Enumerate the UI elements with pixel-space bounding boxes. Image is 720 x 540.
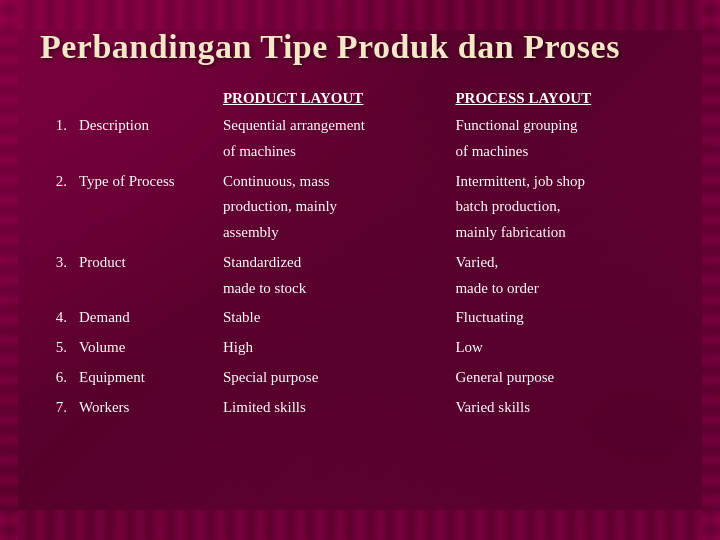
table-row: 2.Type of ProcessContinuous, massIntermi… (40, 169, 680, 195)
row-product: production, mainly (215, 194, 448, 220)
row-item: Equipment (71, 365, 215, 391)
row-process: Functional grouping (447, 113, 680, 139)
page-title: Perbandingan Tipe Produk dan Proses (40, 28, 680, 66)
table-row: 6.EquipmentSpecial purposeGeneral purpos… (40, 365, 680, 391)
row-process: Varied, (447, 250, 680, 276)
row-item (71, 220, 215, 246)
header-process-layout: PROCESS LAYOUT (447, 88, 680, 113)
row-process: mainly fabrication (447, 220, 680, 246)
table-row: 4.DemandStableFluctuating (40, 305, 680, 331)
row-product: Limited skills (215, 395, 448, 421)
row-product: assembly (215, 220, 448, 246)
row-product: made to stock (215, 276, 448, 302)
table-row: production, mainlybatch production, (40, 194, 680, 220)
header-num (40, 88, 71, 113)
row-product: High (215, 335, 448, 361)
row-process: batch production, (447, 194, 680, 220)
row-item: Demand (71, 305, 215, 331)
row-process: General purpose (447, 365, 680, 391)
row-item: Type of Process (71, 169, 215, 195)
table-row: 3.ProductStandardizedVaried, (40, 250, 680, 276)
table-row: 7.WorkersLimited skillsVaried skills (40, 395, 680, 421)
row-item: Product (71, 250, 215, 276)
row-num: 4. (40, 305, 71, 331)
row-process: Intermittent, job shop (447, 169, 680, 195)
row-product: Standardized (215, 250, 448, 276)
row-num: 6. (40, 365, 71, 391)
row-item: Volume (71, 335, 215, 361)
header-item (71, 88, 215, 113)
row-item: Description (71, 113, 215, 139)
row-item (71, 276, 215, 302)
comparison-table: PRODUCT LAYOUT PROCESS LAYOUT 1.Descript… (40, 88, 680, 420)
table-row: 1.DescriptionSequential arrangementFunct… (40, 113, 680, 139)
row-num: 5. (40, 335, 71, 361)
row-num: 3. (40, 250, 71, 276)
row-num: 7. (40, 395, 71, 421)
row-num (40, 220, 71, 246)
row-product: Sequential arrangement (215, 113, 448, 139)
table-row: assemblymainly fabrication (40, 220, 680, 246)
table-row: made to stockmade to order (40, 276, 680, 302)
row-item (71, 194, 215, 220)
row-num (40, 276, 71, 302)
row-product: Stable (215, 305, 448, 331)
row-product: of machines (215, 139, 448, 165)
row-process: Fluctuating (447, 305, 680, 331)
table-row: of machinesof machines (40, 139, 680, 165)
row-num (40, 139, 71, 165)
row-process: of machines (447, 139, 680, 165)
row-num: 1. (40, 113, 71, 139)
row-num (40, 194, 71, 220)
row-process: made to order (447, 276, 680, 302)
row-process: Low (447, 335, 680, 361)
row-product: Continuous, mass (215, 169, 448, 195)
row-process: Varied skills (447, 395, 680, 421)
row-num: 2. (40, 169, 71, 195)
row-product: Special purpose (215, 365, 448, 391)
row-item: Workers (71, 395, 215, 421)
header-product-layout: PRODUCT LAYOUT (215, 88, 448, 113)
row-item (71, 139, 215, 165)
table-row: 5.VolumeHighLow (40, 335, 680, 361)
